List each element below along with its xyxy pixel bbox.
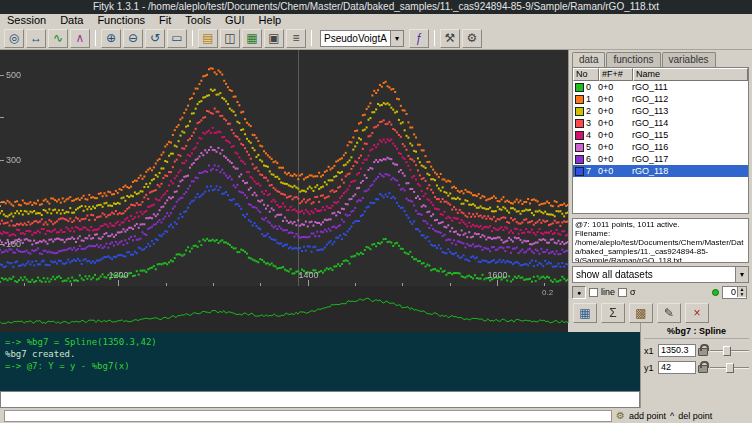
lock-icon[interactable] xyxy=(698,365,708,373)
tools-icon[interactable]: ⚒ xyxy=(440,29,460,48)
cell-no: 5 xyxy=(586,142,598,152)
zoom-out-icon[interactable]: ⊖ xyxy=(123,29,143,48)
dataset-color-chip xyxy=(575,119,584,128)
export-plot-icon[interactable]: ▦ xyxy=(242,29,262,48)
title-bar[interactable]: Fityk 1.3.1 - /home/aleplo/test/Document… xyxy=(0,0,752,14)
save-session-icon[interactable]: ◫ xyxy=(220,29,240,48)
zoom-all-icon[interactable]: ▭ xyxy=(167,29,187,48)
function-type-combo[interactable]: PseudoVoigtA▾ xyxy=(320,30,404,47)
script-log-icon[interactable]: ≡ xyxy=(286,29,306,48)
data-table-button[interactable]: ▦ xyxy=(573,303,597,323)
dataset-row-rGO_116[interactable]: 50+0rGO_116 xyxy=(573,141,748,153)
cell-name: rGO_117 xyxy=(632,154,748,164)
function-panel: %bg7 : Spline x11350.3y142 xyxy=(640,323,752,408)
cell-no: 2 xyxy=(586,106,598,116)
dataset-row-rGO_112[interactable]: 10+0rGO_112 xyxy=(573,93,748,105)
lock-icon[interactable] xyxy=(698,348,708,356)
line-label: line xyxy=(601,287,615,297)
status-message-field xyxy=(4,410,612,422)
previous-zoom-icon[interactable]: ↺ xyxy=(145,29,165,48)
param-slider[interactable] xyxy=(710,345,749,357)
line-checkbox[interactable] xyxy=(589,288,598,297)
dataset-filter-combo[interactable]: show all datasets ▾ xyxy=(572,266,749,283)
cell-no: 6 xyxy=(586,154,598,164)
sidebar: datafunctionsvariables No#F+#Name 00+0rG… xyxy=(568,50,752,323)
delete-points-button[interactable]: × xyxy=(685,303,709,323)
table-header: No#F+#Name xyxy=(573,68,748,81)
menu-help[interactable]: Help xyxy=(252,14,289,27)
slider-thumb[interactable] xyxy=(726,363,734,373)
draw-points-button[interactable]: ✎ xyxy=(657,303,681,323)
spinner-down-icon[interactable]: ▼ xyxy=(737,292,746,297)
cell-no: 3 xyxy=(586,118,598,128)
tab-functions[interactable]: functions xyxy=(606,52,660,67)
menu-functions[interactable]: Functions xyxy=(90,14,152,27)
cell-name: rGO_118 xyxy=(632,166,748,176)
dataset-row-rGO_118[interactable]: 70+0rGO_118 xyxy=(573,165,748,177)
column-header-0[interactable]: No xyxy=(573,68,599,81)
cell-fcount: 0+0 xyxy=(598,82,632,92)
dataset-row-rGO_115[interactable]: 40+0rGO_115 xyxy=(573,129,748,141)
point-size-spinner[interactable]: 0 ▲ ▼ xyxy=(722,286,747,299)
add-point-hint: add point xyxy=(629,411,666,421)
chevron-down-icon[interactable]: ▾ xyxy=(390,31,403,46)
aux-plot-canvas[interactable] xyxy=(0,286,568,332)
dataset-color-chip xyxy=(575,83,584,92)
dataset-color-chip xyxy=(575,167,584,176)
column-header-1[interactable]: #F+# xyxy=(599,68,633,81)
slider-thumb[interactable] xyxy=(723,346,731,356)
param-value-input[interactable]: 42 xyxy=(658,361,696,374)
dataset-table-body: 00+0rGO_11110+0rGO_11220+0rGO_11330+0rGO… xyxy=(573,81,748,177)
open-file-icon[interactable]: ▤ xyxy=(198,29,218,48)
dataset-row-rGO_111[interactable]: 00+0rGO_111 xyxy=(573,81,748,93)
zoom-in-icon[interactable]: ⊕ xyxy=(101,29,121,48)
toolbar-separator xyxy=(192,30,193,46)
status-bar: ⚙ add point ^ del point xyxy=(0,408,752,423)
zoom-mode-icon[interactable]: ◎ xyxy=(4,29,24,48)
main-plot-canvas[interactable] xyxy=(0,50,568,286)
cell-no: 0 xyxy=(586,82,598,92)
console-line: =-> %bg7 = Spline(1350.3,42) xyxy=(5,336,635,348)
menu-gui[interactable]: GUI xyxy=(218,14,252,27)
dataset-row-rGO_114[interactable]: 30+0rGO_114 xyxy=(573,117,748,129)
fast-transform-button[interactable]: ▩ xyxy=(629,303,653,323)
gear-icon[interactable]: ⚙ xyxy=(616,410,625,421)
menu-session[interactable]: Session xyxy=(0,14,53,27)
param-value-input[interactable]: 1350.3 xyxy=(658,344,696,357)
tab-data[interactable]: data xyxy=(572,52,605,67)
cell-name: rGO_112 xyxy=(632,94,748,104)
spinner-value: 0 xyxy=(723,287,737,297)
console-line: =-> @7: Y = y - %bg7(x) xyxy=(5,360,635,372)
sum-transform-button[interactable]: Σ xyxy=(601,303,625,323)
cell-fcount: 0+0 xyxy=(598,154,632,164)
menu-fit[interactable]: Fit xyxy=(152,14,178,27)
dataset-row-rGO_113[interactable]: 20+0rGO_113 xyxy=(573,105,748,117)
column-header-2[interactable]: Name xyxy=(633,68,748,81)
toolbar-separator xyxy=(95,30,96,46)
chevron-down-icon[interactable]: ▾ xyxy=(735,267,748,282)
data-info-line: Filename: /home/aleplo/test/Documents/Ch… xyxy=(575,229,746,263)
cell-fcount: 0+0 xyxy=(598,130,632,140)
cell-fcount: 0+0 xyxy=(598,94,632,104)
baseline-mode-icon[interactable]: ∿ xyxy=(48,29,68,48)
command-input[interactable] xyxy=(0,391,640,408)
fn-params: x11350.3y142 xyxy=(644,342,749,376)
dataset-color-chip xyxy=(575,131,584,140)
cell-name: rGO_115 xyxy=(632,130,748,140)
point-style-toggle[interactable]: ● xyxy=(572,286,586,299)
menu-data[interactable]: Data xyxy=(53,14,90,27)
menu-tools[interactable]: Tools xyxy=(178,14,218,27)
param-label: x1 xyxy=(644,346,656,356)
peak-draw-mode-icon[interactable]: ∧ xyxy=(70,29,90,48)
spinner-buttons: ▲ ▼ xyxy=(737,287,746,297)
sigma-checkbox[interactable] xyxy=(618,288,627,297)
add-function-icon[interactable]: ƒ xyxy=(409,29,429,48)
del-point-hint: del point xyxy=(678,411,712,421)
param-slider[interactable] xyxy=(710,362,749,374)
menu-bar: SessionDataFunctionsFitToolsGUIHelp xyxy=(0,14,752,27)
full-view-icon[interactable]: ▣ xyxy=(264,29,284,48)
range-mode-icon[interactable]: ↔ xyxy=(26,29,46,48)
tab-variables[interactable]: variables xyxy=(662,52,716,67)
dataset-row-rGO_117[interactable]: 60+0rGO_117 xyxy=(573,153,748,165)
settings-icon[interactable]: ⚙ xyxy=(462,29,482,48)
